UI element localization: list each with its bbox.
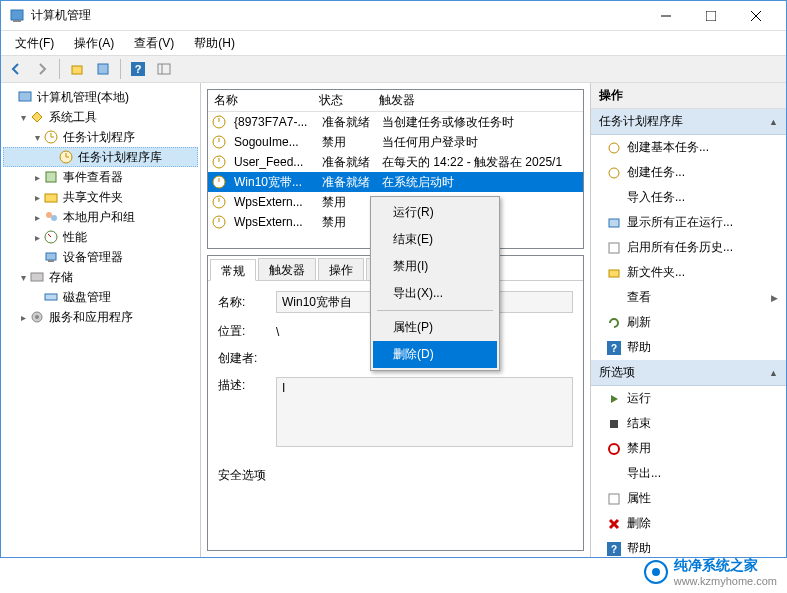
action-end[interactable]: 结束 (591, 411, 786, 436)
pane-button[interactable] (153, 58, 175, 80)
help-icon: ? (607, 341, 621, 355)
ctx-end[interactable]: 结束(E) (373, 226, 497, 253)
label-description: 描述: (218, 377, 268, 394)
svg-rect-6 (72, 66, 82, 74)
svg-point-22 (51, 215, 57, 221)
task-row[interactable]: SogouIme...禁用当任何用户登录时 (208, 132, 583, 152)
task-description-input[interactable]: I (276, 377, 573, 447)
svg-rect-10 (158, 64, 170, 74)
minimize-button[interactable] (643, 2, 688, 30)
action-new-folder[interactable]: 新文件夹... (591, 260, 786, 285)
help-button[interactable]: ? (127, 58, 149, 80)
maximize-button[interactable] (688, 2, 733, 30)
folder-icon (607, 266, 621, 280)
svg-rect-20 (45, 194, 57, 202)
action-create-basic[interactable]: 创建基本任务... (591, 135, 786, 160)
task-row-selected[interactable]: Win10宽带...准备就绪在系统启动时 (208, 172, 583, 192)
actions-header: 操作 (591, 83, 786, 109)
security-options-label: 安全选项 (218, 467, 573, 484)
tree-task-scheduler[interactable]: ▾任务计划程序 (3, 127, 198, 147)
action-disable[interactable]: 禁用 (591, 436, 786, 461)
ctx-run[interactable]: 运行(R) (373, 199, 497, 226)
action-import[interactable]: 导入任务... (591, 185, 786, 210)
disable-icon (607, 442, 621, 456)
watermark: 纯净系统之家 www.kzmyhome.com (644, 557, 777, 587)
task-row[interactable]: {8973F7A7-...准备就绪当创建任务或修改任务时 (208, 112, 583, 132)
label-name: 名称: (218, 294, 268, 311)
tree-shared-folders[interactable]: ▸共享文件夹 (3, 187, 198, 207)
action-refresh[interactable]: 刷新 (591, 310, 786, 335)
action-show-running[interactable]: 显示所有正在运行... (591, 210, 786, 235)
svg-rect-19 (46, 172, 56, 182)
collapse-icon[interactable]: ▲ (769, 117, 778, 127)
close-button[interactable] (733, 2, 778, 30)
action-properties[interactable]: 属性 (591, 486, 786, 511)
col-header-trigger[interactable]: 触发器 (373, 90, 583, 111)
task-row[interactable]: User_Feed...准备就绪在每天的 14:22 - 触发器在 2025/1 (208, 152, 583, 172)
ctx-properties[interactable]: 属性(P) (373, 314, 497, 341)
svg-rect-49 (610, 420, 618, 428)
tree-disk-management[interactable]: 磁盘管理 (3, 287, 198, 307)
tree-event-viewer[interactable]: ▸事件查看器 (3, 167, 198, 187)
refresh-icon (607, 316, 621, 330)
action-enable-history[interactable]: 启用所有任务历史... (591, 235, 786, 260)
collapse-icon[interactable]: ▲ (769, 368, 778, 378)
action-delete[interactable]: 删除 (591, 511, 786, 536)
window-title: 计算机管理 (31, 7, 643, 24)
properties-icon (607, 492, 621, 506)
properties-button[interactable] (92, 58, 114, 80)
menu-file[interactable]: 文件(F) (7, 32, 62, 55)
tab-actions[interactable]: 操作 (318, 258, 364, 280)
up-button[interactable] (66, 58, 88, 80)
tree-device-manager[interactable]: 设备管理器 (3, 247, 198, 267)
svg-rect-12 (19, 92, 31, 101)
action-create[interactable]: 创建任务... (591, 160, 786, 185)
tree-scheduler-library[interactable]: 任务计划程序库 (3, 147, 198, 167)
view-icon (607, 291, 621, 305)
svg-rect-27 (45, 294, 57, 300)
action-help2[interactable]: ?帮助 (591, 536, 786, 557)
delete-icon (607, 517, 621, 531)
svg-rect-7 (98, 64, 108, 74)
svg-text:?: ? (135, 63, 142, 75)
nav-back-button[interactable] (5, 58, 27, 80)
actions-section-selected[interactable]: 所选项▲ (591, 360, 786, 386)
clock-icon (212, 155, 226, 169)
svg-point-29 (35, 315, 39, 319)
svg-rect-0 (11, 10, 23, 20)
nav-forward-button[interactable] (31, 58, 53, 80)
tree-local-users[interactable]: ▸本地用户和组 (3, 207, 198, 227)
navigation-tree[interactable]: 计算机管理(本地) ▾系统工具 ▾任务计划程序 任务计划程序库 ▸事件查看器 ▸… (1, 83, 201, 557)
menu-action[interactable]: 操作(A) (66, 32, 122, 55)
brand-icon (644, 560, 668, 584)
action-export[interactable]: 导出... (591, 461, 786, 486)
ctx-delete[interactable]: 删除(D) (373, 341, 497, 368)
svg-rect-1 (13, 20, 21, 22)
ctx-disable[interactable]: 禁用(I) (373, 253, 497, 280)
tab-general[interactable]: 常规 (210, 259, 256, 281)
svg-rect-46 (609, 270, 619, 277)
tab-triggers[interactable]: 触发器 (258, 258, 316, 280)
action-help[interactable]: ?帮助 (591, 335, 786, 360)
tree-system-tools[interactable]: ▾系统工具 (3, 107, 198, 127)
ctx-separator (377, 310, 493, 311)
svg-rect-26 (31, 273, 43, 281)
col-header-name[interactable]: 名称 (208, 90, 313, 111)
tree-root[interactable]: 计算机管理(本地) (3, 87, 198, 107)
actions-section-library[interactable]: 任务计划程序库▲ (591, 109, 786, 135)
tree-performance[interactable]: ▸性能 (3, 227, 198, 247)
play-icon (607, 392, 621, 406)
menu-view[interactable]: 查看(V) (126, 32, 182, 55)
action-run[interactable]: 运行 (591, 386, 786, 411)
action-view[interactable]: 查看▶ (591, 285, 786, 310)
tree-storage[interactable]: ▾存储 (3, 267, 198, 287)
tree-services-apps[interactable]: ▸服务和应用程序 (3, 307, 198, 327)
ctx-export[interactable]: 导出(X)... (373, 280, 497, 307)
chevron-right-icon: ▶ (771, 293, 778, 303)
menu-help[interactable]: 帮助(H) (186, 32, 243, 55)
toolbar-separator (120, 59, 121, 79)
history-icon (607, 241, 621, 255)
col-header-status[interactable]: 状态 (313, 90, 373, 111)
running-icon (607, 216, 621, 230)
svg-text:?: ? (611, 544, 617, 555)
